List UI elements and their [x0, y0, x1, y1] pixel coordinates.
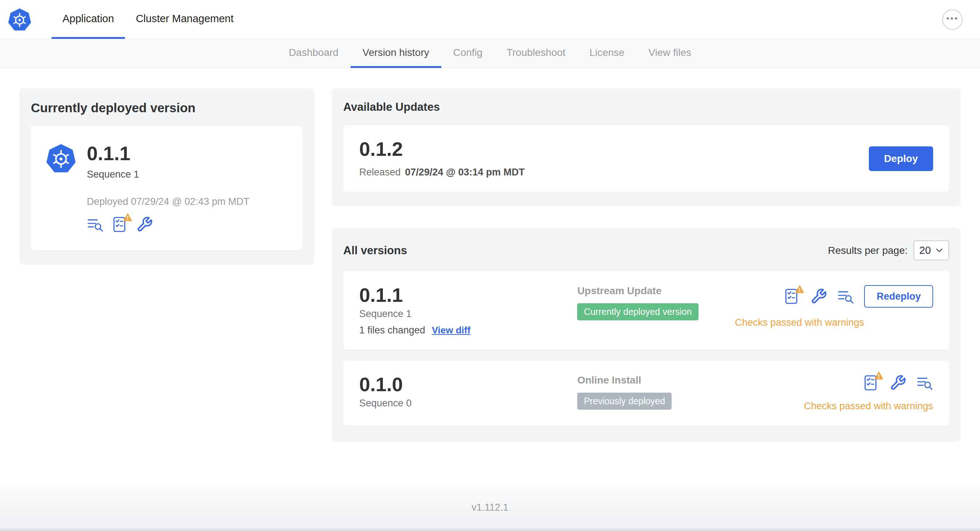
version-actions: Checks passed with warnings	[804, 374, 933, 412]
subnav-view-files[interactable]: View files	[636, 39, 703, 68]
files-changed-label: 1 files changed	[359, 325, 425, 336]
version-source: Online Install Previously deployed	[577, 374, 732, 410]
row-version-number: 0.1.0	[359, 374, 577, 394]
view-logs-icon[interactable]	[837, 288, 854, 305]
released-prefix: Released	[359, 167, 401, 178]
row-version-number: 0.1.1	[359, 285, 577, 305]
preflight-checks-icon[interactable]	[783, 288, 800, 305]
right-column: Available Updates 0.1.2 Released 07/29/2…	[332, 88, 961, 442]
preflight-checks-icon[interactable]	[863, 374, 880, 391]
version-action-icons: Redeploy	[783, 285, 933, 308]
row-sequence: Sequence 1	[359, 308, 577, 320]
more-menu-button[interactable]: •••	[942, 10, 963, 30]
view-logs-icon[interactable]	[916, 374, 933, 391]
top-tabs: Application Cluster Management	[52, 0, 245, 39]
subnav-license[interactable]: License	[578, 39, 637, 68]
view-diff-link[interactable]: View diff	[432, 325, 470, 336]
ellipsis-icon: •••	[946, 14, 959, 23]
current-version-sequence: Sequence 1	[87, 169, 250, 180]
version-info: 0.1.0 Sequence 0	[359, 374, 577, 409]
subnav-version-history[interactable]: Version history	[350, 39, 441, 68]
footer: v1.112.1	[0, 484, 980, 531]
results-per-page-label: Results per page:	[828, 245, 907, 256]
deployed-status-badge: Previously deployed	[577, 393, 671, 410]
version-row-0-1-1: 0.1.1 Sequence 1 1 files changed View di…	[343, 271, 949, 350]
warning-triangle-icon	[874, 371, 884, 380]
source-label: Online Install	[577, 374, 732, 386]
results-per-page-value: 20	[920, 245, 931, 256]
available-updates-title: Available Updates	[343, 100, 949, 114]
kubernetes-logo-icon	[8, 8, 31, 31]
tab-cluster-management[interactable]: Cluster Management	[125, 0, 245, 39]
available-updates-panel: Available Updates 0.1.2 Released 07/29/2…	[332, 88, 961, 206]
redeploy-button[interactable]: Redeploy	[864, 285, 933, 308]
row-sequence: Sequence 0	[359, 398, 577, 409]
source-label: Upstream Update	[577, 285, 732, 297]
current-version-card: 0.1.1 Sequence 1 Deployed 07/29/24 @ 02:…	[31, 126, 302, 250]
version-action-icons	[863, 374, 933, 391]
tab-cluster-management-label: Cluster Management	[136, 13, 234, 25]
deploy-button[interactable]: Deploy	[869, 146, 933, 171]
config-wrench-icon[interactable]	[810, 288, 827, 305]
warning-triangle-icon	[123, 213, 132, 221]
version-actions: Redeploy Checks passed with warnings	[735, 285, 933, 328]
config-wrench-icon[interactable]	[136, 216, 153, 233]
checks-status-text: Checks passed with warnings	[804, 401, 933, 412]
released-date: 07/29/24 @ 03:14 pm MDT	[405, 167, 525, 178]
view-logs-icon[interactable]	[87, 216, 103, 233]
current-version-title: Currently deployed version	[31, 100, 302, 115]
kubernetes-app-icon	[46, 143, 76, 173]
subnav-license-label: License	[590, 47, 625, 59]
chevron-down-icon	[935, 248, 943, 253]
results-per-page-select[interactable]: 20	[913, 240, 949, 261]
main-content: Currently deployed version 0.1.1 Sequenc…	[0, 68, 980, 442]
version-source: Upstream Update Currently deployed versi…	[577, 285, 732, 320]
subnav-version-history-label: Version history	[363, 47, 430, 59]
version-info: 0.1.1 Sequence 1 1 files changed View di…	[359, 285, 577, 336]
current-version-number: 0.1.1	[87, 143, 250, 163]
results-per-page: Results per page: 20	[828, 240, 949, 261]
subnav-view-files-label: View files	[648, 47, 691, 59]
subnav-troubleshoot[interactable]: Troubleshoot	[494, 39, 577, 68]
update-version-number: 0.1.2	[359, 139, 525, 159]
top-nav: Application Cluster Management •••	[0, 0, 980, 39]
console-version-label: v1.112.1	[471, 502, 509, 513]
warning-triangle-icon	[795, 285, 805, 294]
current-version-panel: Currently deployed version 0.1.1 Sequenc…	[19, 88, 314, 265]
current-version-actions	[87, 216, 250, 233]
subnav-config[interactable]: Config	[441, 39, 495, 68]
update-released-line: Released 07/29/24 @ 03:14 pm MDT	[359, 167, 525, 178]
row-files-changed: 1 files changed View diff	[359, 325, 577, 336]
config-wrench-icon[interactable]	[889, 374, 906, 391]
sub-nav: Dashboard Version history Config Trouble…	[0, 39, 980, 68]
current-version-deployed-date: Deployed 07/29/24 @ 02:43 pm MDT	[87, 196, 250, 207]
all-versions-header: All versions Results per page: 20	[343, 240, 949, 261]
subnav-dashboard[interactable]: Dashboard	[277, 39, 350, 68]
tab-application[interactable]: Application	[52, 0, 125, 39]
preflight-checks-icon[interactable]	[111, 216, 128, 233]
deployed-status-badge: Currently deployed version	[577, 303, 698, 320]
checks-status-text: Checks passed with warnings	[735, 317, 864, 328]
subnav-troubleshoot-label: Troubleshoot	[506, 47, 565, 59]
all-versions-panel: All versions Results per page: 20 0.1.1 …	[332, 228, 961, 442]
subnav-dashboard-label: Dashboard	[289, 47, 339, 59]
subnav-config-label: Config	[453, 47, 483, 59]
all-versions-title: All versions	[343, 244, 407, 257]
available-update-card: 0.1.2 Released 07/29/24 @ 03:14 pm MDT D…	[343, 125, 949, 192]
tab-application-label: Application	[62, 13, 114, 25]
version-row-0-1-0: 0.1.0 Sequence 0 Online Install Previous…	[343, 361, 949, 426]
available-update-info: 0.1.2 Released 07/29/24 @ 03:14 pm MDT	[359, 139, 525, 178]
